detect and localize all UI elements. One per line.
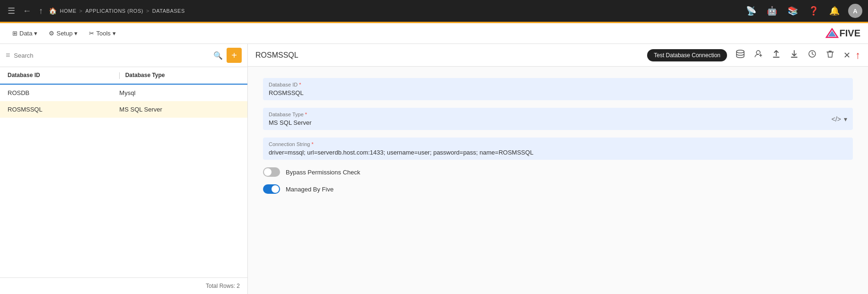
upload-icon-button[interactable] xyxy=(769,47,784,63)
database-id-label: Database ID * xyxy=(269,82,847,87)
detail-panel: ROSMSSQL Test Database Connection xyxy=(248,44,868,294)
database-type-required: * xyxy=(305,112,307,117)
history-icon-button[interactable] xyxy=(805,47,820,63)
tools-wrench-icon: ✂ xyxy=(89,30,94,37)
database-id-field: Database ID * ROSMSSQL xyxy=(263,78,853,100)
database-type-value[interactable]: MS SQL Server xyxy=(269,119,832,126)
col-header-database-id: Database ID xyxy=(0,67,112,84)
managed-by-five-toggle[interactable] xyxy=(263,184,280,194)
menu-icon[interactable]: ☰ xyxy=(6,4,17,18)
detail-header: ROSMSSQL Test Database Connection xyxy=(248,44,868,67)
toolbar-logo: FIVE xyxy=(825,28,860,39)
filter-icon: ≡ xyxy=(6,51,10,60)
broadcast-icon[interactable]: 📡 xyxy=(744,4,758,18)
connection-string-value[interactable]: driver=mssql; url=serverdb.host.com:1433… xyxy=(269,149,847,156)
data-label: Data xyxy=(19,30,32,37)
back-icon[interactable]: ← xyxy=(21,4,33,18)
database-id-value[interactable]: ROSMSSQL xyxy=(269,89,847,96)
database-type-field-inner: Database Type * MS SQL Server xyxy=(269,112,832,126)
db-schema-icon xyxy=(736,49,745,59)
sidebar: ≡ 🔍 + Database ID Database Type xyxy=(0,44,248,294)
database-type-icons: </> ▾ xyxy=(832,115,847,123)
row-db-id: ROSDB xyxy=(0,84,112,101)
database-type-field-container: Database Type * MS SQL Server </> ▾ xyxy=(263,108,853,130)
breadcrumb: 🏠 HOME > APPLICATIONS (ROS) > DATABASES xyxy=(49,7,185,15)
detail-action-buttons: ✕ xyxy=(733,47,853,63)
search-icon[interactable]: 🔍 xyxy=(213,51,223,60)
tools-label: Tools xyxy=(96,30,110,37)
five-logo-text: FIVE xyxy=(840,28,860,39)
setup-chevron-icon: ▾ xyxy=(74,30,78,37)
managed-toggle-knob xyxy=(272,185,279,193)
table-header-row: Database ID Database Type xyxy=(0,67,247,84)
bypass-permissions-toggle[interactable] xyxy=(263,167,280,177)
top-nav-right: 📡 🤖 📚 ❓ 🔔 A xyxy=(744,4,862,18)
main-content: ≡ 🔍 + Database ID Database Type xyxy=(0,44,868,294)
data-menu-button[interactable]: ⊞ Data ▾ xyxy=(8,27,42,40)
breadcrumb-home[interactable]: HOME xyxy=(60,8,77,14)
connection-string-required: * xyxy=(312,141,314,147)
total-rows-label: Total Rows: 2 xyxy=(206,283,240,289)
search-input[interactable] xyxy=(14,52,210,59)
up-icon[interactable]: ↑ xyxy=(37,4,45,18)
database-type-field: Database Type * MS SQL Server </> ▾ xyxy=(263,108,853,130)
sidebar-footer: Total Rows: 2 xyxy=(0,277,247,294)
setup-gear-icon: ⚙ xyxy=(49,30,54,37)
avatar[interactable]: A xyxy=(848,4,862,18)
bypass-permissions-label: Bypass Permissions Check xyxy=(286,169,360,176)
bypass-toggle-knob xyxy=(264,168,272,176)
add-button[interactable]: + xyxy=(227,48,242,63)
db-schema-icon-button[interactable] xyxy=(733,47,748,63)
close-icon-button[interactable]: ✕ xyxy=(841,48,853,62)
bell-icon[interactable]: 🔔 xyxy=(827,4,842,18)
tools-chevron-icon: ▾ xyxy=(113,30,116,37)
row-db-type: MS SQL Server xyxy=(112,101,247,118)
setup-menu-button[interactable]: ⚙ Setup ▾ xyxy=(44,27,82,40)
connection-string-field: Connection String * driver=mssql; url=se… xyxy=(263,138,853,160)
trash-icon xyxy=(825,49,835,59)
detail-form: Database ID * ROSMSSQL Database Type * M… xyxy=(248,67,868,205)
red-arrow-annotation: ↑ xyxy=(855,49,860,61)
code-icon[interactable]: </> xyxy=(832,115,841,123)
download-icon xyxy=(789,49,799,59)
books-icon[interactable]: 📚 xyxy=(786,4,800,18)
database-table: Database ID Database Type ROSDB Mysql RO… xyxy=(0,67,247,118)
tools-menu-button[interactable]: ✂ Tools ▾ xyxy=(84,27,120,40)
row-db-type: Mysql xyxy=(112,84,247,101)
upload-icon xyxy=(772,49,781,59)
red-arrow-icon: ↑ xyxy=(855,49,860,61)
permissions-icon xyxy=(754,49,763,59)
robot-icon[interactable]: 🤖 xyxy=(765,4,779,18)
history-icon xyxy=(807,49,817,59)
connection-string-label: Connection String * xyxy=(269,141,847,147)
bypass-permissions-row: Bypass Permissions Check xyxy=(263,167,853,177)
breadcrumb-db[interactable]: DATABASES xyxy=(152,8,185,14)
row-db-id: ROSMSSQL xyxy=(0,101,112,118)
table-row[interactable]: ROSDB Mysql xyxy=(0,84,247,101)
chevron-down-icon[interactable]: ▾ xyxy=(844,115,847,123)
managed-by-five-row: Managed By Five xyxy=(263,184,853,194)
top-nav: ☰ ← ↑ 🏠 HOME > APPLICATIONS (ROS) > DATA… xyxy=(0,0,868,22)
table-row[interactable]: ROSMSSQL MS SQL Server xyxy=(0,101,247,118)
svg-point-2 xyxy=(736,50,744,53)
five-logo-svg xyxy=(825,28,839,39)
download-icon-button[interactable] xyxy=(787,47,802,63)
detail-title: ROSMSSQL xyxy=(255,51,641,60)
delete-icon-button[interactable] xyxy=(823,47,838,63)
breadcrumb-sep1: > xyxy=(79,8,83,14)
help-icon[interactable]: ❓ xyxy=(807,4,821,18)
data-icon: ⊞ xyxy=(12,30,18,37)
second-toolbar: ⊞ Data ▾ ⚙ Setup ▾ ✂ Tools ▾ FIVE xyxy=(0,23,868,44)
home-icon: 🏠 xyxy=(49,7,57,15)
database-id-required: * xyxy=(299,82,301,87)
breadcrumb-sep2: > xyxy=(146,8,149,14)
database-type-label: Database Type * xyxy=(269,112,832,117)
database-id-field-container: Database ID * ROSMSSQL xyxy=(263,78,853,100)
col-header-database-type: Database Type xyxy=(112,67,247,84)
permissions-icon-button[interactable] xyxy=(751,47,766,63)
test-database-connection-button[interactable]: Test Database Connection xyxy=(647,49,727,61)
close-icon: ✕ xyxy=(843,51,850,60)
sidebar-search-bar: ≡ 🔍 + xyxy=(0,44,247,67)
breadcrumb-app[interactable]: APPLICATIONS (ROS) xyxy=(85,8,143,14)
setup-label: Setup xyxy=(56,30,72,37)
